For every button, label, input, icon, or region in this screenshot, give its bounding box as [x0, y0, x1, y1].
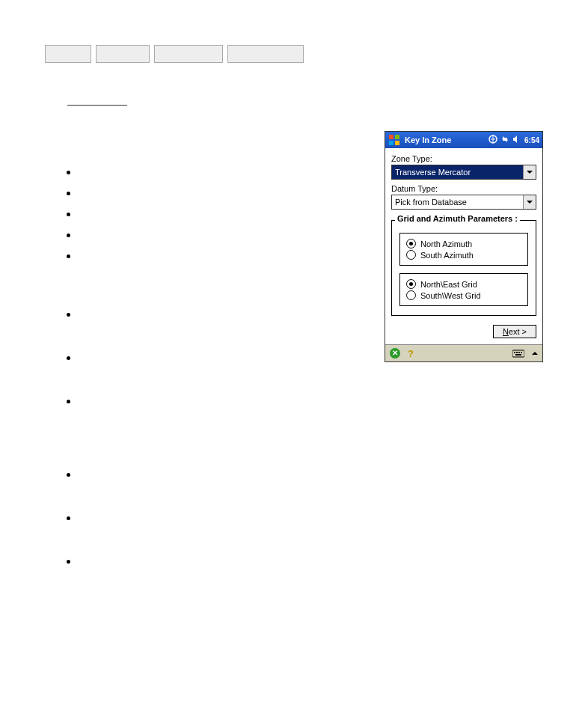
section-heading: [67, 93, 543, 109]
radio-icon: [406, 250, 416, 260]
datum-type-select[interactable]: Pick from Database: [391, 195, 536, 210]
key-in-zone-dialog: Key In Zone 6:54 Zone Type: Transverse M…: [385, 131, 543, 362]
list-item: [79, 351, 362, 381]
crumb-1[interactable]: [45, 45, 91, 63]
datum-type-value: Pick from Database: [392, 195, 523, 209]
list-item: [79, 511, 362, 541]
next-button[interactable]: Next >: [493, 325, 536, 338]
crumb-3[interactable]: [154, 45, 223, 63]
radio-label: South\West Grid: [420, 291, 481, 300]
datum-type-label: Datum Type:: [391, 184, 536, 193]
list-item: [79, 308, 362, 338]
clock-time[interactable]: 6:54: [524, 136, 539, 144]
crumb-2[interactable]: [96, 45, 150, 63]
svg-rect-8: [518, 352, 520, 353]
radio-icon: [406, 290, 416, 300]
list-item: [79, 165, 362, 173]
svg-rect-2: [389, 141, 393, 145]
radio-label: South Azimuth: [420, 251, 474, 260]
radio-icon: [406, 239, 416, 248]
list-item: [79, 555, 362, 562]
next-mnemonic: N: [503, 327, 509, 336]
dialog-titlebar: Key In Zone 6:54: [385, 132, 542, 148]
list-item: [79, 394, 362, 454]
grid-azimuth-group: Grid and Azimuth Parameters : North Azim…: [391, 220, 536, 316]
list-item: [79, 249, 362, 294]
list-item: [79, 186, 362, 194]
south-west-grid-radio[interactable]: South\West Grid: [406, 290, 521, 300]
windows-logo-icon: [388, 134, 400, 146]
svg-rect-5: [512, 350, 524, 357]
keyboard-icon[interactable]: [512, 349, 524, 358]
dialog-title: Key In Zone: [405, 135, 489, 144]
azimuth-radio-group: North Azimuth South Azimuth: [399, 233, 528, 266]
zone-type-label: Zone Type:: [391, 154, 536, 163]
sync-icon[interactable]: [500, 135, 509, 145]
crumb-4[interactable]: [227, 45, 304, 63]
svg-rect-9: [521, 352, 522, 353]
radio-label: North Azimuth: [420, 239, 472, 248]
help-icon[interactable]: ?: [408, 348, 414, 359]
list-item: [79, 228, 362, 236]
list-item: [79, 468, 362, 498]
radio-icon: [406, 279, 416, 289]
svg-rect-10: [515, 354, 521, 356]
close-icon[interactable]: ✕: [390, 348, 400, 358]
svg-rect-7: [516, 352, 518, 353]
svg-rect-0: [389, 135, 393, 139]
chevron-down-icon[interactable]: [523, 195, 536, 209]
zone-type-value: Transverse Mercator: [392, 165, 523, 179]
next-label-rest: ext >: [509, 327, 527, 336]
breadcrumb: [45, 45, 543, 63]
dialog-bottom-toolbar: ✕ ?: [385, 344, 542, 361]
speaker-icon[interactable]: [512, 135, 521, 145]
group-title: Grid and Azimuth Parameters :: [395, 214, 520, 223]
connectivity-icon[interactable]: [489, 135, 497, 145]
svg-rect-1: [395, 135, 399, 139]
grid-radio-group: North\East Grid South\West Grid: [399, 273, 528, 306]
south-azimuth-radio[interactable]: South Azimuth: [406, 250, 521, 260]
svg-rect-6: [514, 352, 515, 353]
bullet-list: [45, 131, 362, 576]
north-east-grid-radio[interactable]: North\East Grid: [406, 279, 521, 289]
chevron-down-icon[interactable]: [523, 165, 536, 179]
triangle-up-icon[interactable]: [532, 349, 538, 358]
radio-label: North\East Grid: [420, 280, 477, 289]
zone-type-select[interactable]: Transverse Mercator: [391, 165, 536, 180]
list-item: [79, 207, 362, 215]
svg-rect-3: [395, 141, 399, 145]
north-azimuth-radio[interactable]: North Azimuth: [406, 239, 521, 248]
